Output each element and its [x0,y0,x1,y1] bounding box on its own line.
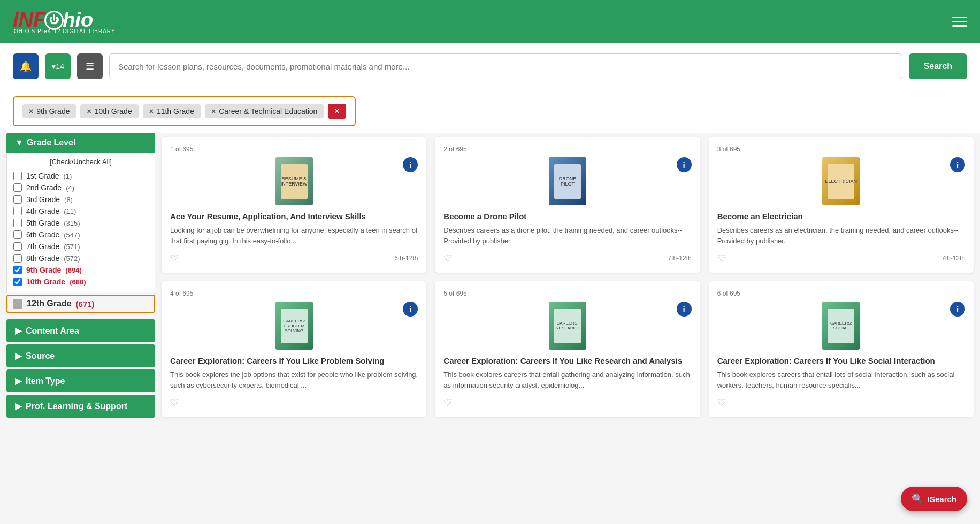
card-footer-3: ♡ 7th-12th [717,252,965,264]
filter-tag-10th-label: 10th Grade [95,107,132,115]
search-button[interactable]: Search [909,53,967,79]
info-icon-6[interactable]: i [950,302,965,317]
main-header: INF ⏻ hio OHIO'S PreK-12 DIGITAL LIBRARY [0,0,980,43]
grade-count-1st: (1) [63,172,72,180]
prof-learning-header[interactable]: ▶ Prof. Learning & Support [6,395,155,418]
filter-tag-9th-label: 9th Grade [36,107,70,115]
clear-all-button[interactable]: × [328,104,346,119]
grade-count-9th: (694) [65,266,81,274]
source-label: Source [26,351,55,361]
grade-label-4th: 4th Grade [26,207,59,215]
info-icon-4[interactable]: i [403,302,418,317]
card-footer-4: ♡ [170,397,418,409]
grade-item-12th-highlighted[interactable]: 12th Grade (671) [6,295,155,313]
list-view-button[interactable]: ☰ [77,53,103,79]
check-uncheck-all[interactable]: [Check/Uncheck All] [13,158,148,166]
info-icon-5[interactable]: i [677,302,692,317]
menu-button[interactable] [952,17,967,27]
grade-checkbox-10th[interactable] [13,278,22,286]
card-footer-5: ♡ [443,397,691,409]
filter-tags-row: × 9th Grade × 10th Grade × 11th Grade × … [0,90,980,133]
grade-checkbox-9th[interactable] [13,266,22,274]
remove-cte-icon[interactable]: × [211,107,216,115]
grade-item-9th: 9th Grade (694) [13,264,148,276]
favorites-count: 14 [56,62,64,71]
grade-checkbox-5th[interactable] [13,219,22,227]
filter-tag-11th-label: 11th Grade [157,107,194,115]
card-title-3: Become an Electrician [717,212,965,221]
grade-checkbox-12th[interactable] [13,299,22,309]
grade-range-2: 7th-12th [668,255,692,262]
favorite-icon-4[interactable]: ♡ [170,397,182,409]
result-card-1: 1 of 695 RESUME & INTERVIEW i Ace Your R… [162,137,426,273]
filter-tag-10th[interactable]: × 10th Grade [80,104,138,118]
source-section: ▶ Source [6,344,155,367]
grade-count-3rd: (8) [64,196,73,204]
favorite-icon-3[interactable]: ♡ [717,252,729,264]
result-card-4: 4 of 695 CAREERS: PROBLEM SOLVING i Care… [162,281,426,417]
source-arrow-icon: ▶ [15,351,21,361]
grade-count-10th: (680) [70,278,86,286]
info-icon-3[interactable]: i [950,157,965,172]
card-counter-3: 3 of 695 [717,145,965,153]
grade-label-8th: 8th Grade [26,254,59,263]
grade-level-label: Grade Level [27,138,76,148]
filter-tag-11th[interactable]: × 11th Grade [143,104,201,118]
card-counter-5: 5 of 695 [443,290,691,297]
card-cover-2: DRONE PILOT [549,157,586,205]
result-card-3: 3 of 695 ELECTRICIAN i Become an Electri… [709,137,974,273]
grade-label-3rd: 3rd Grade [26,195,60,204]
card-cover-3: ELECTRICIAN [822,157,860,205]
grade-checkbox-1st[interactable] [13,172,22,180]
remove-10th-icon[interactable]: × [87,107,91,115]
remove-11th-icon[interactable]: × [149,107,154,115]
search-input[interactable] [109,53,902,79]
grade-list: [Check/Uncheck All] 1st Grade (1) 2nd Gr… [6,153,155,292]
grade-count-8th: (572) [64,255,80,263]
favorites-button[interactable]: ♥ 14 [45,53,71,79]
filter-tag-9th[interactable]: × 9th Grade [22,104,76,118]
favorite-icon-1[interactable]: ♡ [170,252,182,264]
result-card-5: 5 of 695 CAREERS: RESEARCH i Career Expl… [435,281,700,417]
grade-count-4th: (11) [64,207,76,215]
favorite-icon-6[interactable]: ♡ [717,397,729,409]
grade-label-7th: 7th Grade [26,242,59,251]
results-area: 1 of 695 RESUME & INTERVIEW i Ace Your R… [155,133,980,430]
card-title-2: Become a Drone Pilot [443,212,691,221]
grade-checkbox-2nd[interactable] [13,183,22,192]
info-icon-1[interactable]: i [403,157,418,172]
content-area-section: ▶ Content Area [6,319,155,342]
grade-checkbox-4th[interactable] [13,207,22,215]
card-title-5: Career Exploration: Careers If You Like … [443,356,691,365]
grade-label-5th: 5th Grade [26,219,59,227]
notification-button[interactable]: 🔔 [13,53,39,79]
card-counter-1: 1 of 695 [170,145,418,153]
card-cover-5: CAREERS: RESEARCH [549,302,586,350]
grade-item-1st: 1st Grade (1) [13,170,148,182]
active-filters-container: × 9th Grade × 10th Grade × 11th Grade × … [13,96,356,126]
grade-label-9th: 9th Grade [26,266,61,274]
grade-item-2nd: 2nd Grade (4) [13,182,148,194]
card-desc-4: This book explores the job options that … [170,369,418,390]
favorite-icon-2[interactable]: ♡ [443,252,455,264]
prof-learning-section: ▶ Prof. Learning & Support [6,395,155,418]
item-type-header[interactable]: ▶ Item Type [6,369,155,392]
filter-tag-cte[interactable]: × Career & Technical Education [205,104,324,118]
source-header[interactable]: ▶ Source [6,344,155,367]
content-area-header[interactable]: ▶ Content Area [6,319,155,342]
grade-label-10th: 10th Grade [26,278,65,286]
grade-checkbox-7th[interactable] [13,242,22,251]
grade-level-header[interactable]: ▼ Grade Level [6,133,155,153]
card-title-6: Career Exploration: Careers If You Like … [717,356,965,365]
remove-9th-icon[interactable]: × [29,107,33,115]
grade-checkbox-3rd[interactable] [13,195,22,204]
grade-checkbox-6th[interactable] [13,230,22,239]
grade-range-1: 6th-12th [394,255,418,262]
results-grid: 1 of 695 RESUME & INTERVIEW i Ace Your R… [162,137,974,417]
info-icon-2[interactable]: i [677,157,692,172]
card-footer-2: ♡ 7th-12th [443,252,691,264]
favorite-icon-5[interactable]: ♡ [443,397,455,409]
grade-checkbox-8th[interactable] [13,254,22,263]
content-area-arrow-icon: ▶ [15,326,21,336]
result-card-6: 6 of 695 CAREERS: SOCIAL i Career Explor… [709,281,974,417]
